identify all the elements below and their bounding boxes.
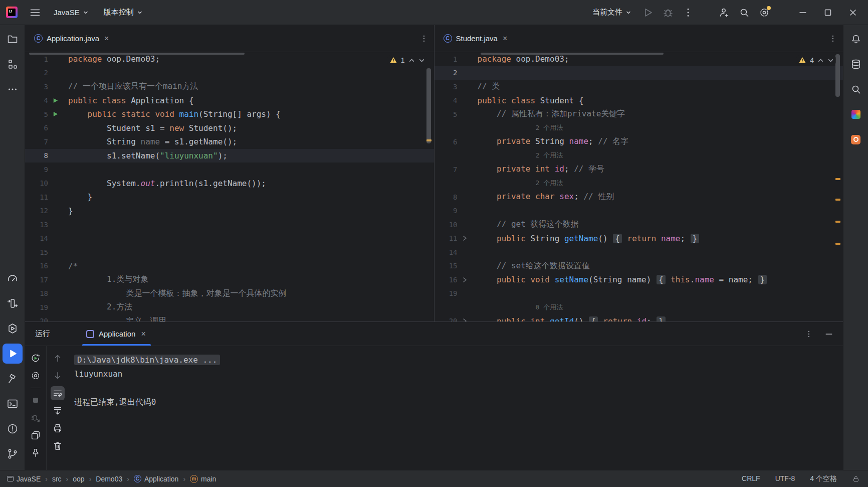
status-item[interactable]: 4 个空格 [810,474,837,483]
run-button[interactable] [639,4,657,21]
breadcrumb: JavaSE›src›oop›Demo03›Application›main [6,475,217,483]
plugin-colorful-button[interactable] [846,104,866,124]
run-line-icon[interactable] [48,111,62,117]
tab-application-java[interactable]: Application.java × [29,25,115,52]
run-tab-application[interactable]: Application × [79,322,154,346]
run-tool-button[interactable] [3,344,23,364]
code-with-me-button[interactable] [716,4,733,21]
settings-button[interactable] [756,4,773,21]
clear-all-button[interactable] [51,439,65,453]
prev-warning-icon [408,57,415,64]
warning-stripe-mark[interactable] [835,221,840,223]
breadcrumb-item-application[interactable]: Application [133,475,180,483]
vertical-scrollbar[interactable] [835,54,840,97]
profiler-tool-button[interactable] [3,268,23,288]
warning-stripe-mark[interactable] [835,199,840,201]
stop-button[interactable] [29,393,43,407]
vertical-scrollbar[interactable] [426,68,431,143]
idea-logo-icon [6,7,18,18]
main-menu-button[interactable] [27,4,44,21]
search-everywhere-button[interactable] [736,4,753,21]
tab-close-icon[interactable]: × [103,35,110,43]
debug-button[interactable] [660,4,677,21]
breadcrumb-separator: › [183,475,185,483]
editor-options-button[interactable] [419,34,429,44]
code-line: 16 public void setName(String name) { th… [435,273,843,287]
more-tools-button[interactable] [3,79,23,99]
inspections-widget[interactable]: 1 [387,55,427,65]
version-control-tool-button[interactable] [3,444,23,464]
build-tool-button[interactable] [3,369,23,389]
endpoints-tool-button[interactable] [3,293,23,313]
more-vertical-icon [682,7,694,19]
warning-icon [389,56,397,64]
breadcrumb-item-demo03[interactable]: Demo03 [95,475,123,483]
fold-region-icon[interactable] [458,235,472,241]
restore-layout-button[interactable] [29,428,43,442]
breadcrumb-item-src[interactable]: src [51,475,63,483]
warning-stripe-mark[interactable] [835,178,840,180]
horizontal-scrollbar[interactable] [481,53,664,55]
project-tool-button[interactable] [3,29,23,49]
plugin-colorful-icon [851,110,860,119]
warning-stripe-mark[interactable] [835,243,840,245]
code-line: 6 private String name; // 名字 [435,135,843,149]
breadcrumb-item-javase[interactable]: JavaSE [6,475,42,483]
run-line-icon[interactable] [48,98,62,103]
console-output[interactable]: D:\Java\jdk8\bin\java.exe ...liuyunxuan进… [68,346,843,470]
rerun-button[interactable] [29,351,43,365]
status-item[interactable]: UTF-8 [775,474,795,483]
scroll-to-end-button[interactable] [51,404,65,418]
up-stack-trace-button[interactable] [51,351,65,365]
endpoints-icon [7,297,19,309]
window-close-button[interactable] [842,3,864,23]
notifications-tool-button[interactable] [846,29,866,49]
run-panel-more-button[interactable] [804,329,814,339]
status-item[interactable]: CRLF [742,474,760,483]
fold-region-icon[interactable] [458,277,472,283]
code-editor[interactable]: 1package oop.Demo03;23// 一个项目应该只有一个main方… [25,52,434,321]
run-panel-hide-button[interactable] [824,329,834,339]
code-editor[interactable]: 1package oop.Demo03;23// 类4public class … [435,52,843,321]
magnifier-icon [850,83,862,95]
more-actions-button[interactable] [680,4,697,21]
run-console-toolbar [46,346,68,470]
window-minimize-button[interactable] [792,3,814,23]
window-maximize-button[interactable] [817,3,839,23]
chevron-down-icon [83,10,89,16]
database-tool-button[interactable] [846,54,866,74]
status-bar: JavaSE›src›oop›Demo03›Application›main C… [0,470,868,487]
soft-wrap-button[interactable] [51,386,65,400]
print-button[interactable] [51,421,65,435]
code-line: 12} [25,204,434,218]
project-selector[interactable]: JavaSE [49,5,94,20]
inspections-widget[interactable]: 4 [796,55,836,65]
command-line-chip[interactable]: D:\Java\jdk8\bin\java.exe ... [74,355,220,365]
find-tool-button[interactable] [846,79,866,99]
warning-stripe-mark[interactable] [426,139,431,141]
horizontal-scrollbar[interactable] [29,53,245,55]
tab-close-icon[interactable]: × [140,330,146,338]
services-tool-button[interactable] [3,318,23,339]
status-right-items: CRLFUTF-84 个空格 [742,474,837,483]
lock-icon[interactable] [852,475,860,483]
tab-student-java[interactable]: Student.java × [439,25,514,52]
down-stack-trace-button[interactable] [51,369,65,383]
fold-region-icon[interactable] [458,318,472,321]
run-config-selector[interactable]: 当前文件 [587,5,636,20]
plugin-orange-button[interactable] [846,129,866,149]
breadcrumb-item-oop[interactable]: oop [72,475,85,483]
code-line: 3// 类 [435,80,843,94]
run-settings-button[interactable] [29,369,43,383]
breadcrumb-item-main[interactable]: main [189,475,217,483]
problems-tool-button[interactable] [3,419,23,439]
structure-tool-button[interactable] [3,54,23,74]
editor-pane-application: Application.java × 1package oop.Demo03;2… [25,25,434,321]
prev-warning-icon [817,57,824,64]
tab-close-icon[interactable]: × [502,35,508,43]
terminal-tool-button[interactable] [3,394,23,414]
attach-debugger-button[interactable] [29,411,43,425]
pin-tab-button[interactable] [29,446,43,460]
editor-options-button[interactable] [828,34,838,44]
vcs-selector[interactable]: 版本控制 [99,5,148,20]
